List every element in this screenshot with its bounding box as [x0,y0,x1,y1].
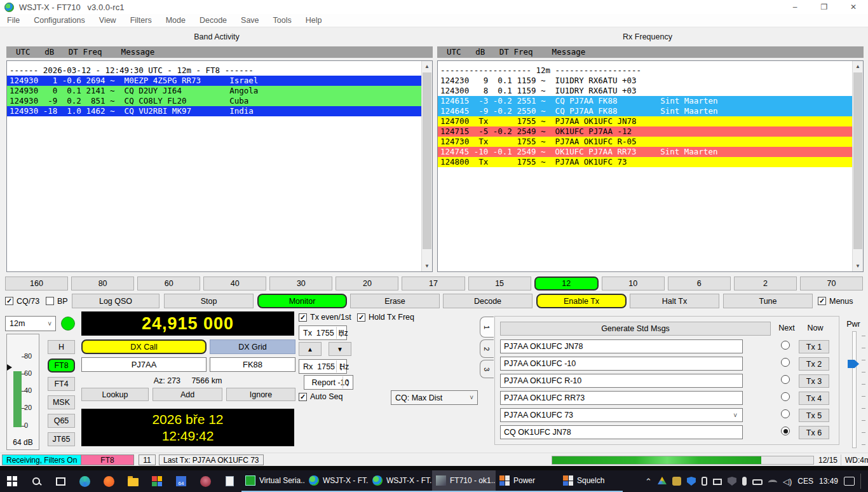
stop-button[interactable]: Stop [164,294,254,308]
band-button-20[interactable]: 20 [336,277,398,290]
report-spinner[interactable]: Report -10 ▲▼ [304,375,353,390]
pwr-slider-handle[interactable] [848,360,859,368]
menu-view[interactable]: View [92,16,123,25]
tx2-next-radio[interactable] [781,358,790,367]
tab-2[interactable]: 2 [480,339,494,358]
rx-freq-spinner[interactable]: Rx 1755 Hz ▲▼ [299,359,347,374]
checkbox-checked-icon[interactable]: ✓ [5,297,13,305]
volume-icon[interactable]: ◁) [783,477,792,486]
checkbox-checked-icon[interactable]: ✓ [818,297,826,305]
dx-call-field[interactable]: PJ7AA [81,357,207,372]
close-button[interactable]: ✕ [839,0,868,14]
decode-row[interactable]: 124930 0 0.1 2141 ~ CQ D2UY JI64 Angola [7,86,421,96]
rx-frequency-scrollbar[interactable]: ▲ ▼ [852,61,863,271]
decode-row[interactable]: 124930 1 -0.6 2694 ~ M0EZP 4Z5PG RR73 Is… [7,76,421,86]
radio-app-icon[interactable] [193,470,217,492]
tx5-now-button[interactable]: Tx 5 [799,409,829,422]
checkbox-checked-icon[interactable]: ✓ [357,313,365,322]
action-center-icon[interactable] [844,477,855,486]
taskbar-app-power[interactable]: Power [496,470,559,492]
restore-button[interactable]: ❐ [810,0,839,14]
taskbar-app-wsjtx-1[interactable]: WSJT-X - FT... [305,470,369,492]
band-select-combo[interactable]: 12m ˅ [5,316,56,331]
checkbox-unchecked-icon[interactable] [46,297,54,305]
search-icon[interactable] [24,470,48,492]
checkbox-checked-icon[interactable]: ✓ [299,313,307,322]
winimage-icon[interactable]: 64 [169,470,193,492]
band-button-70[interactable]: 70 [800,277,863,290]
band-button-15[interactable]: 15 [468,277,531,290]
decode-row[interactable]: ------------------- 12m ----------------… [438,65,852,76]
wifi-icon[interactable] [768,480,777,485]
microphone-icon[interactable] [742,477,747,486]
taskbar-app-ft710[interactable]: FT710 - ok1... [432,470,496,492]
tx5-message-combo[interactable]: PJ7AA OK1UFC 73 ˅ [500,408,743,422]
band-button-10[interactable]: 10 [602,277,665,290]
decode-row[interactable]: 124700 Tx 1755 ~ PJ7AA OK1UFC JN78 [438,116,852,126]
taskbar-app-virtual-serial[interactable]: Virtual Seria... [241,470,305,492]
mode-button-jt65[interactable]: JT65 [48,432,75,446]
menu-help[interactable]: Help [299,16,329,25]
file-explorer-icon[interactable] [121,470,145,492]
display-icon[interactable] [713,479,722,485]
menu-tools[interactable]: Tools [266,16,299,25]
scroll-down-icon[interactable]: ▼ [853,261,863,271]
security-health-icon[interactable] [728,477,736,486]
tx-even-checkbox[interactable]: ✓ Tx even/1st [299,313,351,322]
gdrive-icon[interactable] [658,477,667,486]
minimize-button[interactable]: – [780,0,810,14]
tx5-next-radio[interactable] [781,409,790,418]
decode-row[interactable]: 124715 -5 -0.2 2549 ~ OK1UFC PJ7AA -12 [438,126,852,137]
checkbox-checked-icon[interactable]: ✓ [299,393,307,401]
defender-shield-icon[interactable] [687,477,696,486]
app-grid-icon[interactable] [145,470,169,492]
your-phone-icon[interactable] [702,477,707,486]
cq-mode-combo[interactable]: CQ: Max Dist ˅ [391,390,478,405]
taskbar-app-wsjtx-2[interactable]: WSJT-X - FT... [369,470,432,492]
task-view-icon[interactable] [48,470,72,492]
menu-configurations[interactable]: Configurations [27,16,92,25]
dx-grid-field[interactable]: FK88 [210,357,295,372]
spinner-arrows-icon[interactable]: ▲▼ [342,376,352,388]
band-button-160[interactable]: 160 [5,277,68,290]
scroll-up-icon[interactable]: ▲ [422,61,432,72]
tx-freq-spinner[interactable]: Tx 1755 Hz ▲▼ [299,325,347,340]
decode-row[interactable]: 124745 -10 -0.1 2549 ~ OK1UFC PJ7AA RR73… [438,147,852,157]
show-desktop-button[interactable] [860,474,863,489]
decode-row[interactable]: 124930 -9 0.2 851 ~ CQ CO8LY FL20 Cuba [7,96,421,106]
spinner-arrows-icon[interactable]: ▲▼ [336,327,346,339]
tune-button[interactable]: Tune [723,294,813,308]
tx2-message-field[interactable]: PJ7AA OK1UFC -10 [500,357,743,371]
erase-button[interactable]: Erase [350,294,440,308]
band-button-6[interactable]: 6 [668,277,731,290]
halt-tx-button[interactable]: Halt Tx [630,294,719,308]
menu-save[interactable]: Save [234,16,266,25]
mode-button-ft4[interactable]: FT4 [48,377,75,391]
band-button-17[interactable]: 17 [402,277,465,290]
decode-row[interactable]: 124615 -3 -0.2 2551 ~ CQ PJ7AA FK88 Sint… [438,96,852,106]
cq73-checkbox[interactable]: ✓ CQ/73 [5,294,39,308]
tx6-next-radio[interactable] [781,427,790,435]
tx3-message-field[interactable]: PJ7AA OK1UFC R-10 [500,374,743,388]
decode-row[interactable]: 124800 Tx 1755 ~ PJ7AA OK1UFC 73 [438,157,852,167]
add-button[interactable]: Add [153,388,222,401]
mode-button-h[interactable]: H [48,340,75,354]
taskbar-clock[interactable]: 13:49 [819,477,838,486]
tab-3[interactable]: 3 [480,360,494,378]
tx4-message-field[interactable]: PJ7AA OK1UFC RR73 [500,391,743,405]
dx-call-button[interactable]: DX Call [81,339,207,354]
decode-row[interactable]: 124930 -18 1.0 1462 ~ CQ VU2RBI MK97 Ind… [7,106,421,116]
scroll-down-icon[interactable]: ▼ [422,261,432,271]
freq-up-button[interactable]: ▲ [299,342,322,356]
tx1-message-field[interactable]: PJ7AA OK1UFC JN78 [500,339,743,353]
vpn-icon[interactable] [672,477,681,486]
decode-row[interactable]: 124730 Tx 1755 ~ PJ7AA OK1UFC R-05 [438,137,852,147]
edge-browser-icon[interactable] [72,470,97,492]
tx3-next-radio[interactable] [781,375,790,384]
decode-row[interactable]: ------ 2026-03-12 - 12:49:30 UTC - 12m -… [7,65,421,76]
menu-decode[interactable]: Decode [193,16,234,25]
menu-filters[interactable]: Filters [123,16,159,25]
menus-checkbox[interactable]: ✓ Menus [818,294,853,308]
dx-grid-button[interactable]: DX Grid [210,339,295,354]
band-button-60[interactable]: 60 [137,277,200,290]
